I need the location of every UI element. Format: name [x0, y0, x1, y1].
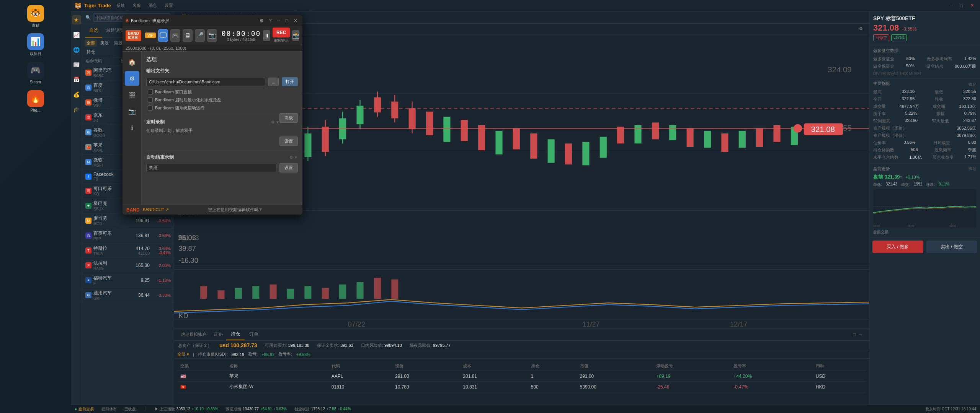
output-path-input[interactable]: [146, 78, 265, 86]
maximize-button[interactable]: □: [958, 3, 965, 9]
bandicam-mic-button[interactable]: 🎤: [195, 29, 205, 42]
stock-name-7: Facebook: [93, 172, 127, 177]
bandicam-record-button[interactable]: REC: [273, 28, 290, 37]
open-folder-button[interactable]: 打开: [282, 77, 298, 86]
bandicam-pause-button[interactable]: ⏸: [263, 30, 270, 41]
timer-set-button[interactable]: 设置: [279, 137, 298, 146]
stock-info-4: 谷歌 GOOG: [93, 127, 127, 138]
holdings-row: 🇺🇸 苹果 AAPL 291.00 201.81 1 291.00 +89.19…: [177, 371, 866, 382]
bandicam-help-icon[interactable]: ?: [267, 18, 274, 23]
stock-list-item[interactable]: M 麦当劳 MCD 196.91 -0.64%: [82, 213, 174, 228]
idx2-change: +64.81: [260, 407, 272, 411]
auto-stop-set-button[interactable]: 设置: [279, 163, 298, 172]
status-divider: [145, 406, 145, 412]
advanced-settings-button[interactable]: 高级: [279, 113, 298, 123]
status-break: 提前休市: [101, 406, 117, 412]
title-nav-settings[interactable]: 设置: [162, 2, 175, 9]
bc-nav-video[interactable]: 🎬: [125, 88, 139, 102]
bandicam-maximize-button[interactable]: □: [284, 18, 290, 23]
svg-rect-70: [374, 278, 381, 299]
label-daily-avg: 日均成交: [933, 140, 950, 146]
stock-info-6: 微软 MSFT: [93, 157, 127, 167]
stock-list-item[interactable]: F 福特汽车 F 9.25 -1.18%: [82, 273, 174, 288]
bandicam-minimize-button[interactable]: ─: [275, 18, 282, 23]
checkbox-startup[interactable]: [148, 106, 153, 111]
minimize-button[interactable]: ─: [947, 3, 955, 9]
svg-text:09:30: 09:30: [949, 224, 956, 227]
sidebar-item-stock[interactable]: 📈: [72, 30, 81, 39]
stock-cat-持仓[interactable]: 持仓: [85, 48, 97, 55]
title-nav-feedback[interactable]: 反馈: [114, 2, 127, 9]
holding-name-0: 苹果: [226, 371, 328, 382]
holding-mktval-0: 291.00: [577, 371, 653, 382]
col-stock-code: 代码: [328, 362, 392, 371]
bottom-collapse-icon[interactable]: ─: [859, 332, 862, 337]
stock-list-item[interactable]: 百 百事可乐 PEP 136.81 -0.53%: [82, 228, 174, 243]
stock-name-5: 苹果: [93, 142, 127, 148]
recording-size: 0 bytes / 48.1GB: [222, 37, 261, 42]
auto-stop-input[interactable]: [146, 164, 276, 172]
account-selector[interactable]: 虎老模拟账户·: [178, 332, 211, 337]
checkbox-topmost[interactable]: [148, 89, 153, 94]
sidebar-item-market[interactable]: 🌐: [72, 45, 81, 54]
sidebar-item-assets[interactable]: 💰: [72, 90, 81, 99]
title-nav-client[interactable]: 客服: [130, 2, 143, 9]
chart-settings[interactable]: ⚙: [857, 26, 865, 32]
bandicut-logo: BAND: [126, 207, 140, 213]
rec-tooltip: 录制/停止: [274, 38, 289, 43]
sidebar-item-academy[interactable]: 🎓: [72, 105, 81, 114]
taskbar-icon-1[interactable]: 📊 双休日: [22, 31, 49, 58]
stock-list-item[interactable]: G 通用汽车 GM 36.44 -0.33%: [82, 288, 174, 303]
bc-nav-home[interactable]: 🏠: [125, 55, 139, 69]
bandicam-game-mode-button[interactable]: 🎮: [170, 29, 180, 42]
taskbar-icon-0[interactable]: 🐯 虎贴: [22, 3, 49, 30]
key-data-expand[interactable]: 收起: [969, 82, 976, 87]
title-nav-msg[interactable]: 消息: [146, 2, 159, 9]
bc-nav-about[interactable]: ℹ: [125, 120, 139, 135]
bandicam-camera-button[interactable]: 📷: [207, 29, 217, 42]
holding-cost-1: 10.831: [460, 382, 528, 392]
bandicam-device-mode-button[interactable]: 🖥: [183, 29, 193, 42]
tab-holdings[interactable]: 持仓: [226, 328, 245, 340]
app-title: Tiger Trade: [84, 3, 111, 8]
checkbox-row-3: Bandicam 随系统启动运行: [146, 105, 298, 111]
bottom-expand-icon[interactable]: □: [853, 332, 856, 337]
idx3-label: 创业板指: [294, 406, 310, 412]
taskbar-icon-3[interactable]: 🔥 Phe...: [22, 88, 49, 115]
stock-price-11: 136.81: [127, 233, 150, 238]
bandicam-titlebar: B Bandicam 班迪录屏 ⚙ ? ─ □ ✕: [122, 15, 302, 26]
bandicam-settings-icon[interactable]: ⚙: [258, 18, 266, 23]
stock-list-item[interactable]: F 法拉利 RACE 165.30 -2.03%: [82, 258, 174, 273]
bandicam-screen-mode-button[interactable]: [158, 29, 168, 42]
val-short-margin: 50%: [906, 63, 915, 69]
close-button[interactable]: ✕: [968, 2, 976, 9]
stock-list-item[interactable]: T 特斯拉 TSLA 414.70 413.00 -3.64% -0.41%: [82, 243, 174, 258]
sidebar-item-news[interactable]: 📰: [72, 60, 81, 69]
bc-nav-general[interactable]: ⚙: [125, 71, 139, 86]
svg-text:324.09: 324.09: [828, 65, 851, 74]
filter-all[interactable]: 全部 ▾: [177, 351, 189, 357]
securities-selector[interactable]: 证券·: [211, 332, 226, 337]
bc-nav-screenshot[interactable]: 📷: [125, 104, 139, 119]
buy-button[interactable]: 买入 / 做多: [872, 241, 923, 253]
browse-button[interactable]: ...: [268, 78, 279, 86]
checkbox-minimize[interactable]: [148, 98, 153, 102]
sidebar-item-watchlist[interactable]: ★: [72, 15, 81, 24]
bandicam-screenshot-button[interactable]: 📸: [292, 30, 299, 41]
taskbar-icon-2[interactable]: 🎮 Steam: [22, 60, 49, 86]
sell-button[interactable]: 卖出 / 做空: [926, 241, 977, 253]
bandicut-label[interactable]: BANDICUT ↗: [143, 207, 169, 212]
stock-name-15: 通用汽车: [93, 290, 127, 296]
val-amplitude: 0.79%: [964, 111, 976, 117]
search-icon: 🔍: [85, 15, 91, 20]
status-dot: ●: [75, 407, 77, 411]
premarket-expand[interactable]: 收起: [969, 166, 976, 174]
tab-orders[interactable]: 订单: [245, 329, 263, 340]
tab-watchlist[interactable]: 自选: [85, 24, 102, 37]
stock-cat-美股[interactable]: 美股: [98, 39, 111, 47]
bandicam-close-button[interactable]: ✕: [292, 18, 299, 23]
kd-row-turnover: 换手率5.22% 振幅0.79%: [873, 110, 976, 117]
timer-set-row: 设置: [146, 137, 298, 146]
stock-cat-全部[interactable]: 全部: [85, 39, 97, 47]
sidebar-item-calendar[interactable]: 📅: [72, 75, 81, 84]
